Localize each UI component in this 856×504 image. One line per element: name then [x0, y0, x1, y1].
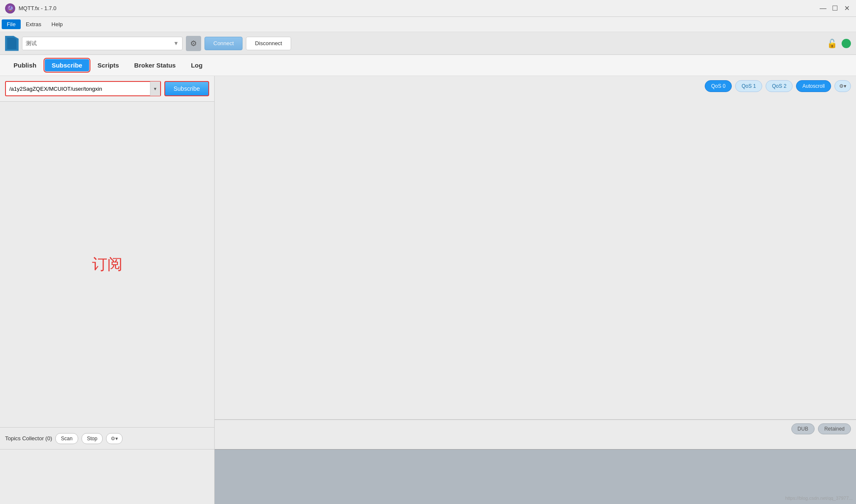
menu-bar: File Extras Help — [0, 17, 856, 32]
qos1-button[interactable]: QoS 1 — [735, 80, 762, 92]
topics-collector-label: Topics Collector (0) — [5, 435, 52, 442]
scan-button[interactable]: Scan — [55, 433, 78, 444]
dub-button[interactable]: DUB — [791, 423, 815, 434]
stop-button[interactable]: Stop — [82, 433, 103, 444]
right-options-button[interactable]: ⚙▾ — [834, 80, 851, 92]
watermark: https://blog.csdn.net/qq_37977... — [785, 496, 853, 501]
topic-input[interactable] — [6, 86, 150, 92]
maximize-button[interactable]: ☐ — [831, 4, 839, 13]
settings-button[interactable]: ⚙ — [186, 36, 201, 51]
menu-file[interactable]: File — [2, 19, 21, 29]
autoscroll-button[interactable]: Autoscroll — [796, 80, 831, 92]
close-button[interactable]: ✕ — [842, 4, 851, 13]
collector-options-button[interactable]: ⚙▾ — [106, 433, 123, 444]
tab-scripts[interactable]: Scripts — [91, 59, 126, 71]
collector-gear-icon: ⚙▾ — [111, 436, 118, 442]
title-bar-controls: — ☐ ✕ — [819, 4, 851, 13]
connection-selector[interactable]: 测试 ▼ — [22, 37, 183, 50]
left-panel-bottom-area — [0, 449, 214, 504]
minimize-button[interactable]: — — [819, 4, 827, 13]
menu-extras[interactable]: Extras — [21, 19, 46, 29]
qos2-button[interactable]: QoS 2 — [766, 80, 793, 92]
new-connection-icon[interactable] — [5, 36, 19, 51]
lock-icon: 🔓 — [827, 38, 837, 49]
bottom-controls: DUB Retained — [791, 423, 851, 434]
subscribe-button[interactable]: Subscribe — [164, 81, 209, 96]
main-content: ▼ Subscribe 订阅 Topics Collector (0) Scan… — [0, 76, 856, 504]
connect-button[interactable]: Connect — [204, 37, 243, 50]
message-input-area[interactable] — [215, 449, 856, 504]
connection-name: 测试 — [26, 40, 37, 47]
right-toolbar: QoS 0 QoS 1 QoS 2 Autoscroll ⚙▾ — [705, 80, 851, 92]
retained-button[interactable]: Retained — [818, 423, 851, 434]
right-bottom-area: DUB Retained — [215, 420, 856, 504]
title-bar: 🔮 MQTT.fx - 1.7.0 — ☐ ✕ — [0, 0, 856, 17]
disconnect-button[interactable]: Disconnect — [246, 37, 291, 50]
subscribe-input-area: ▼ Subscribe — [0, 76, 214, 102]
toolbar-right: 🔓 — [827, 38, 851, 49]
tab-publish[interactable]: Publish — [7, 59, 43, 71]
topic-dropdown-button[interactable]: ▼ — [150, 81, 160, 96]
message-display-area: QoS 0 QoS 1 QoS 2 Autoscroll ⚙▾ — [215, 76, 856, 420]
right-gear-icon: ⚙▾ — [839, 83, 846, 89]
app-icon: 🔮 — [5, 3, 15, 14]
subscribe-placeholder-text: 订阅 — [92, 254, 123, 275]
tabs-bar: Publish Subscribe Scripts Broker Status … — [0, 55, 856, 76]
toolbar: 测试 ▼ ⚙ Connect Disconnect 🔓 — [0, 32, 856, 55]
title-bar-left: 🔮 MQTT.fx - 1.7.0 — [5, 3, 57, 14]
dropdown-arrow-icon: ▼ — [173, 40, 179, 46]
tab-log[interactable]: Log — [184, 59, 210, 71]
topics-collector: Topics Collector (0) Scan Stop ⚙▾ — [0, 427, 214, 449]
tab-broker-status[interactable]: Broker Status — [128, 59, 183, 71]
app-title: MQTT.fx - 1.7.0 — [19, 5, 57, 11]
menu-help[interactable]: Help — [46, 19, 68, 29]
qos0-button[interactable]: QoS 0 — [705, 80, 732, 92]
topic-input-wrapper: ▼ — [5, 81, 161, 96]
tab-subscribe[interactable]: Subscribe — [45, 59, 89, 71]
connection-status-dot — [842, 39, 851, 48]
right-panel: QoS 0 QoS 1 QoS 2 Autoscroll ⚙▾ DUB Reta… — [215, 76, 856, 504]
subscription-list-area: 订阅 — [0, 102, 214, 427]
left-panel: ▼ Subscribe 订阅 Topics Collector (0) Scan… — [0, 76, 215, 504]
